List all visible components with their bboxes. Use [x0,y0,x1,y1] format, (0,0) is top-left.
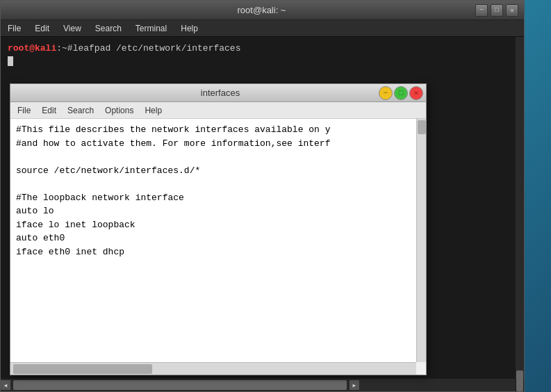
leafpad-menu-file[interactable]: File [15,104,33,117]
terminal-titlebar: root@kali: ~ − □ ✕ [1,1,524,20]
terminal-menubar: File Edit View Search Terminal Help [1,20,524,37]
terminal-controls: − □ ✕ [475,4,518,17]
leafpad-window: interfaces − □ ✕ File Edit Search Option… [10,83,427,375]
leafpad-maximize-button[interactable]: □ [394,86,408,100]
terminal-minimize-button[interactable]: − [475,4,488,17]
terminal-close-button[interactable]: ✕ [506,4,518,17]
terminal-content: root@kali :~# leafpad /etc/network/inter… [1,37,524,73]
terminal-hscrollbar-thumb[interactable] [13,380,347,390]
leafpad-menubar: File Edit Search Options Help [10,102,426,119]
leafpad-menu-options[interactable]: Options [102,104,136,117]
terminal-menu-file[interactable]: File [5,22,24,35]
leafpad-hscrollbar-thumb[interactable] [13,364,152,374]
terminal-cursor-line [8,55,517,67]
leafpad-text-area[interactable]: #This file describes the network interfa… [10,119,426,263]
terminal-vscrollbar[interactable] [516,37,524,379]
leafpad-title: interfaces [62,88,379,98]
leafpad-close-button[interactable]: ✕ [409,86,423,100]
terminal-vscrollbar-thumb[interactable] [516,370,523,391]
leafpad-minimize-button[interactable]: − [379,86,393,100]
terminal-hscrollbar[interactable]: ◀ ▶ [1,379,516,391]
leafpad-vscrollbar-thumb[interactable] [418,120,426,134]
terminal-prompt-user: root@kali [8,42,56,55]
leafpad-content[interactable]: #This file describes the network interfa… [10,119,426,362]
terminal-menu-edit[interactable]: Edit [32,22,52,35]
terminal-cursor [8,56,13,66]
terminal-title: root@kali: ~ [48,5,475,15]
terminal-command: leafpad /etc/network/interfaces [73,42,241,55]
terminal-prompt-line: root@kali :~# leafpad /etc/network/inter… [8,42,517,55]
terminal-hscroll-left-arrow[interactable]: ◀ [1,380,10,390]
leafpad-controls: − □ ✕ [379,86,423,100]
leafpad-hscrollbar[interactable] [10,362,416,375]
terminal-menu-view[interactable]: View [60,22,84,35]
terminal-prompt-path: :~# [56,42,72,55]
leafpad-menu-search[interactable]: Search [65,104,97,117]
leafpad-menu-edit[interactable]: Edit [39,104,59,117]
terminal-maximize-button[interactable]: □ [491,4,503,17]
terminal-menu-search[interactable]: Search [92,22,124,35]
leafpad-menu-help[interactable]: Help [142,104,165,117]
leafpad-vscrollbar[interactable] [416,119,426,362]
leafpad-titlebar: interfaces − □ ✕ [10,84,426,102]
terminal-menu-help[interactable]: Help [178,22,201,35]
terminal-hscroll-right-arrow[interactable]: ▶ [349,380,359,390]
terminal-menu-terminal[interactable]: Terminal [133,22,170,35]
